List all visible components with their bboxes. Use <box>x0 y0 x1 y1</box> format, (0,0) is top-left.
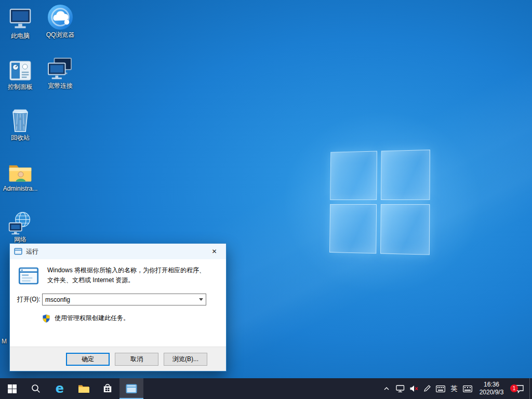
logo-pane <box>330 151 377 200</box>
uac-shield-icon <box>42 314 50 323</box>
open-label: 打开(O): <box>17 295 42 304</box>
keyboard-icon[interactable] <box>434 378 447 399</box>
logo-pane <box>381 150 430 200</box>
pen-ink-icon[interactable] <box>420 378 434 399</box>
action-center-button[interactable]: 1 <box>509 378 529 399</box>
taskbar-search-button[interactable] <box>24 378 48 399</box>
desktop-icon-network[interactable]: 网络 <box>1 208 40 244</box>
run-window-icon <box>126 384 137 394</box>
microsoft-store-icon <box>102 383 113 394</box>
network-icon <box>1 208 40 235</box>
chevron-down-icon[interactable] <box>196 294 206 305</box>
show-desktop-button[interactable] <box>529 378 532 399</box>
dialog-title: 运行 <box>26 247 38 256</box>
desktop-icon-broadband[interactable]: 宽带连接 <box>41 54 80 90</box>
desktop-icon-label: 控制面板 <box>1 84 40 91</box>
desktop-icon-label: Administra... <box>1 185 40 193</box>
ok-button[interactable]: 确定 <box>66 353 110 366</box>
cancel-button[interactable]: 取消 <box>115 353 158 366</box>
desktop-icon-label: 网络 <box>1 236 40 244</box>
run-program-icon <box>18 267 39 285</box>
desktop-icon-label: 此电脑 <box>1 33 40 40</box>
broadband-icon <box>41 54 80 81</box>
taskbar-explorer-button[interactable] <box>72 378 96 399</box>
start-button[interactable] <box>0 378 24 399</box>
windows-logo-wallpaper <box>329 150 430 255</box>
run-command-input[interactable] <box>43 294 196 305</box>
qq-browser-icon <box>41 3 80 30</box>
taskbar-run-dialog-button[interactable] <box>119 378 143 399</box>
windows-start-icon <box>8 384 17 393</box>
desktop-icon-admin-folder[interactable]: Administra... <box>1 157 40 193</box>
desktop-icon-control-panel[interactable]: 控制面板 <box>1 55 40 91</box>
clock-time: 16:36 <box>484 381 499 389</box>
taskbar-edge-button[interactable]: e <box>48 378 72 399</box>
desktop-icon-label: 回收站 <box>1 135 40 142</box>
desktop-icon-recycle-bin[interactable]: 回收站 <box>1 106 40 142</box>
logo-pane <box>380 204 430 255</box>
volume-muted-icon[interactable] <box>407 378 420 399</box>
run-command-combobox[interactable] <box>42 294 206 305</box>
taskbar: e <box>0 378 532 399</box>
recycle-bin-icon <box>1 106 40 133</box>
file-explorer-icon <box>78 384 89 393</box>
edge-icon: e <box>56 382 64 395</box>
close-icon[interactable]: ✕ <box>203 244 226 259</box>
run-dialog-titlebar[interactable]: 运行 ✕ <box>10 244 226 259</box>
desktop-icon-this-pc[interactable]: 此电脑 <box>1 4 40 40</box>
network-status-icon[interactable] <box>393 378 407 399</box>
taskbar-clock[interactable]: 16:36 2020/9/3 <box>474 378 509 399</box>
desktop-icon-qq-browser[interactable]: QQ浏览器 <box>41 3 80 39</box>
touch-keyboard-icon[interactable] <box>461 378 474 399</box>
notification-badge: 1 <box>510 384 518 392</box>
run-window-icon <box>14 248 22 255</box>
ime-language-indicator[interactable]: 英 <box>447 378 461 399</box>
control-panel-icon <box>1 55 40 82</box>
logo-pane <box>329 204 377 254</box>
search-icon <box>31 384 41 393</box>
desktop-icon-label: QQ浏览器 <box>41 32 80 39</box>
this-pc-icon <box>1 4 40 31</box>
system-tray: 英 16:36 2020/9/3 1 <box>380 378 532 399</box>
taskbar-store-button[interactable] <box>96 378 119 399</box>
admin-note: 使用管理权限创建此任务。 <box>55 314 129 323</box>
run-dialog: 运行 ✕ Windows 将根据你所输入的名称，为你打开相应的程序、文件夹、文档… <box>9 243 227 371</box>
browse-button[interactable]: 浏览(B)... <box>164 353 207 366</box>
dialog-button-strip: 确定 取消 浏览(B)... <box>10 347 226 371</box>
tray-chevron-up-icon[interactable] <box>380 378 393 399</box>
user-folder-icon <box>1 157 40 184</box>
desktop-icon-label: 宽带连接 <box>41 83 80 90</box>
clock-date: 2020/9/3 <box>480 389 504 396</box>
run-dialog-description: Windows 将根据你所输入的名称，为你打开相应的程序、文件夹、文档或 Int… <box>47 265 206 285</box>
